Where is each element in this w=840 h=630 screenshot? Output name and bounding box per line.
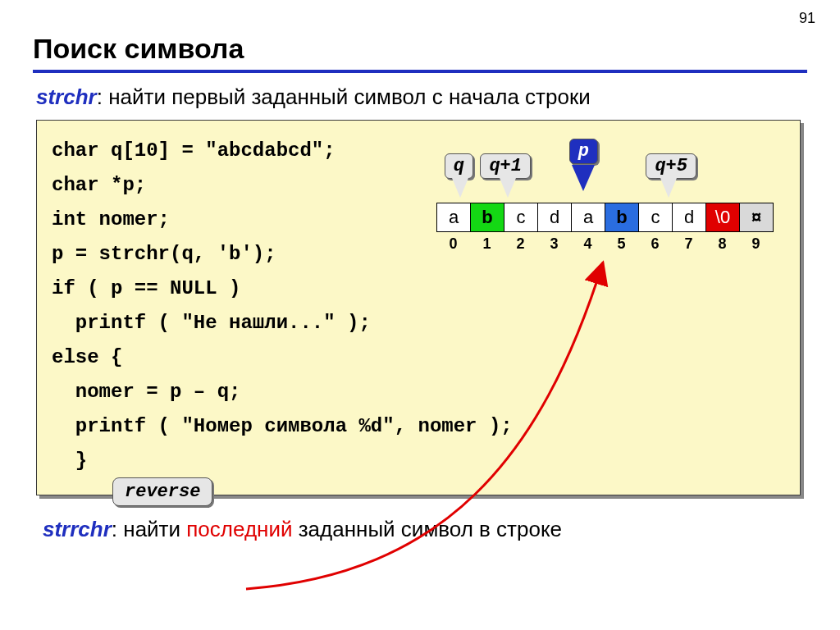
callout-q: q — [445, 153, 473, 179]
page-number: 91 — [799, 10, 815, 27]
intro-line: strchr: найти первый заданный символ c н… — [36, 84, 807, 110]
cell-6: c — [639, 203, 673, 232]
intro-rest: : найти первый заданный символ c начала … — [97, 84, 591, 109]
callout-p: p — [569, 139, 598, 164]
footer-line: strrchr: найти последний заданный символ… — [43, 517, 807, 542]
cell-3: d — [538, 203, 572, 232]
idx-6: 6 — [638, 235, 672, 253]
idx-3: 3 — [537, 235, 571, 253]
idx-0: 0 — [436, 235, 470, 253]
footer-part2: заданный символ в строке — [292, 517, 562, 541]
idx-2: 2 — [504, 235, 537, 253]
callout-reverse: reverse — [112, 477, 212, 506]
idx-8: 8 — [705, 235, 739, 253]
array-visual: a b c d a b c d \0 ¤ 0 1 2 3 4 5 6 7 8 — [436, 203, 777, 253]
cell-9: ¤ — [740, 203, 774, 232]
code-box: char q[10] = "abcdabcd"; char *p; int no… — [36, 120, 801, 495]
page-title: Поиск символа — [33, 33, 807, 65]
callout-q5-pointer-icon — [660, 178, 677, 198]
cell-2: c — [504, 203, 538, 232]
idx-4: 4 — [571, 235, 605, 253]
cell-7: d — [673, 203, 706, 232]
cell-1: b — [471, 203, 504, 232]
idx-1: 1 — [470, 235, 504, 253]
idx-9: 9 — [739, 235, 773, 253]
cell-4: a — [572, 203, 605, 232]
title-underline — [33, 70, 807, 73]
callout-q-pointer-icon — [452, 178, 468, 198]
cell-8: \0 — [706, 203, 740, 232]
idx-5: 5 — [605, 235, 638, 253]
cell-5: b — [605, 203, 639, 232]
idx-7: 7 — [672, 235, 705, 253]
callout-q1-pointer-icon — [500, 178, 516, 198]
cell-0: a — [437, 203, 471, 232]
callout-p-pointer-icon — [572, 165, 595, 191]
callout-q1: q+1 — [480, 153, 531, 179]
footer-fn: strrchr — [43, 517, 112, 541]
footer-part1: : найти — [112, 517, 186, 541]
callout-q5: q+5 — [646, 153, 696, 179]
array-indices: 0 1 2 3 4 5 6 7 8 9 — [436, 235, 777, 253]
footer-emph: последний — [186, 517, 292, 541]
intro-fn: strchr — [36, 84, 97, 109]
array-cells: a b c d a b c d \0 ¤ — [436, 203, 777, 232]
